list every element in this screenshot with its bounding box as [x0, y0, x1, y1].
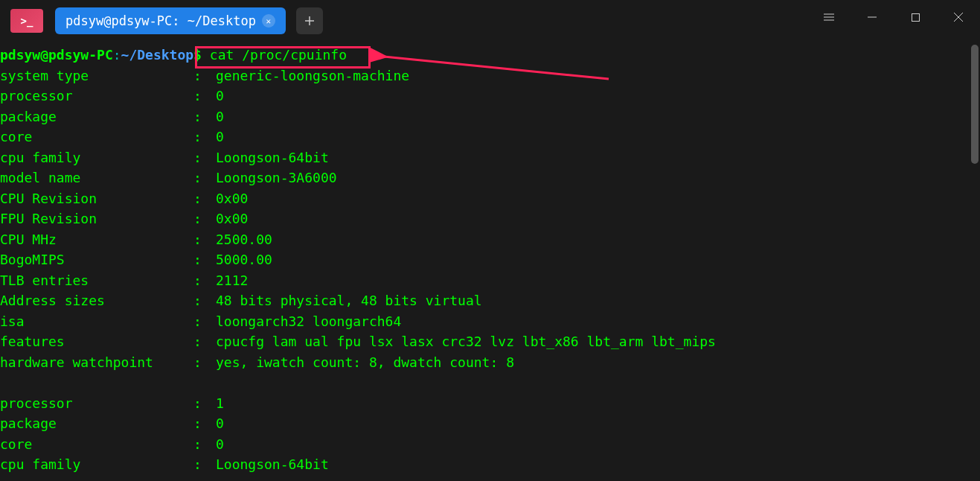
output-key: cpu family — [0, 147, 193, 168]
output-value: 0 — [216, 434, 980, 455]
terminal-tab-active[interactable]: pdsyw@pdsyw-PC: ~/Desktop ✕ — [55, 7, 286, 34]
output-row: hardware watchpoint: yes, iwatch count: … — [0, 352, 980, 373]
output-row: FPU Revision: 0x00 — [0, 208, 980, 229]
prompt-user: pdsyw@pdsyw-PC — [0, 47, 113, 63]
output-value: 0 — [216, 127, 980, 147]
output-separator: : — [193, 168, 216, 188]
output-row: CPU MHz: 2500.00 — [0, 229, 980, 250]
output-value: 0x00 — [216, 208, 980, 229]
prompt-dollar: $ — [193, 47, 202, 63]
output-key: core — [0, 127, 193, 147]
output-row: features: cpucfg lam ual fpu lsx lasx cr… — [0, 331, 980, 352]
output-separator: : — [193, 290, 216, 311]
output-value: 2500.00 — [216, 229, 980, 250]
output-value: 5000.00 — [216, 249, 980, 270]
maximize-button[interactable] — [894, 0, 937, 34]
command-text: cat /proc/cpuinfo — [202, 47, 347, 63]
scrollbar-thumb[interactable] — [971, 45, 979, 164]
output-key: CPU MHz — [0, 229, 193, 250]
output-row: cpu family: Loongson-64bit — [0, 454, 980, 475]
tab-strip: pdsyw@pdsyw-PC: ~/Desktop ✕ — [55, 7, 323, 34]
output-key: TLB entries — [0, 270, 193, 291]
terminal-output[interactable]: pdsyw@pdsyw-PC:~/Desktop$ cat /proc/cpui… — [0, 42, 980, 475]
output-value: 0 — [216, 86, 980, 106]
output-key: system type — [0, 66, 193, 86]
output-separator: : — [193, 331, 216, 352]
close-tab-icon[interactable]: ✕ — [262, 14, 275, 28]
output-row: BogoMIPS: 5000.00 — [0, 249, 980, 270]
output-separator: : — [193, 434, 216, 455]
output-key: FPU Revision — [0, 208, 193, 229]
output-separator: : — [193, 208, 216, 229]
output-row: processor: 1 — [0, 393, 980, 414]
tab-title: pdsyw@pdsyw-PC: ~/Desktop — [65, 13, 256, 28]
output-key: BogoMIPS — [0, 249, 193, 270]
output-row: system type: generic-loongson-machine — [0, 66, 980, 86]
output-value: 0 — [216, 106, 980, 127]
output-key: Address sizes — [0, 290, 193, 311]
close-icon — [954, 13, 963, 22]
output-key: model name — [0, 168, 193, 188]
output-block-cpu1: processor: 1package: 0core: 0cpu family:… — [0, 393, 980, 475]
output-block-cpu0: system type: generic-loongson-machinepro… — [0, 66, 980, 373]
output-key: processor — [0, 393, 193, 414]
output-value: generic-loongson-machine — [216, 66, 980, 86]
output-value: Loongson-64bit — [216, 147, 980, 168]
output-separator: : — [193, 249, 216, 270]
svg-rect-6 — [912, 13, 919, 21]
output-value: 1 — [216, 393, 980, 414]
output-key: cpu family — [0, 454, 193, 475]
blank-line — [0, 372, 980, 393]
output-row: core: 0 — [0, 127, 980, 147]
output-key: features — [0, 331, 193, 352]
output-separator: : — [193, 127, 216, 147]
output-row: package: 0 — [0, 413, 980, 434]
minimize-icon — [868, 13, 877, 22]
output-value: 2112 — [216, 270, 980, 291]
output-row: isa: loongarch32 loongarch64 — [0, 311, 980, 332]
output-key: isa — [0, 311, 193, 332]
output-separator: : — [193, 147, 216, 168]
output-key: package — [0, 413, 193, 434]
output-separator: : — [193, 413, 216, 434]
new-tab-button[interactable] — [296, 7, 323, 34]
close-window-button[interactable] — [937, 0, 980, 34]
output-row: model name: Loongson-3A6000 — [0, 168, 980, 188]
output-row: TLB entries: 2112 — [0, 270, 980, 291]
maximize-icon — [912, 13, 920, 22]
hamburger-icon — [824, 13, 834, 21]
output-separator: : — [193, 188, 216, 209]
output-separator: : — [193, 352, 216, 373]
minimize-button[interactable] — [851, 0, 894, 34]
output-key: package — [0, 106, 193, 127]
app-icon: >_ — [10, 9, 43, 33]
output-value: Loongson-64bit — [216, 454, 980, 475]
window-controls — [807, 0, 980, 34]
output-separator: : — [193, 270, 216, 291]
output-row: cpu family: Loongson-64bit — [0, 147, 980, 168]
output-value: Loongson-3A6000 — [216, 168, 980, 188]
output-key: hardware watchpoint — [0, 352, 193, 373]
output-separator: : — [193, 229, 216, 250]
output-separator: : — [193, 454, 216, 475]
output-value: 0x00 — [216, 188, 980, 209]
prompt-path: ~/Desktop — [121, 47, 194, 63]
output-separator: : — [193, 106, 216, 127]
plus-icon — [304, 16, 315, 26]
output-row: CPU Revision: 0x00 — [0, 188, 980, 209]
output-value: loongarch32 loongarch64 — [216, 311, 980, 332]
output-value: 0 — [216, 413, 980, 434]
output-row: processor: 0 — [0, 86, 980, 106]
output-value: yes, iwatch count: 8, dwatch count: 8 — [216, 352, 980, 373]
output-separator: : — [193, 86, 216, 106]
output-key: processor — [0, 86, 193, 106]
menu-button[interactable] — [807, 0, 851, 34]
output-separator: : — [193, 311, 216, 332]
titlebar: >_ pdsyw@pdsyw-PC: ~/Desktop ✕ — [0, 0, 980, 42]
output-row: Address sizes: 48 bits physical, 48 bits… — [0, 290, 980, 311]
output-value: cpucfg lam ual fpu lsx lasx crc32 lvz lb… — [216, 331, 980, 352]
output-row: core: 0 — [0, 434, 980, 455]
output-value: 48 bits physical, 48 bits virtual — [216, 290, 980, 311]
prompt-colon: : — [113, 47, 121, 63]
output-separator: : — [193, 66, 216, 86]
